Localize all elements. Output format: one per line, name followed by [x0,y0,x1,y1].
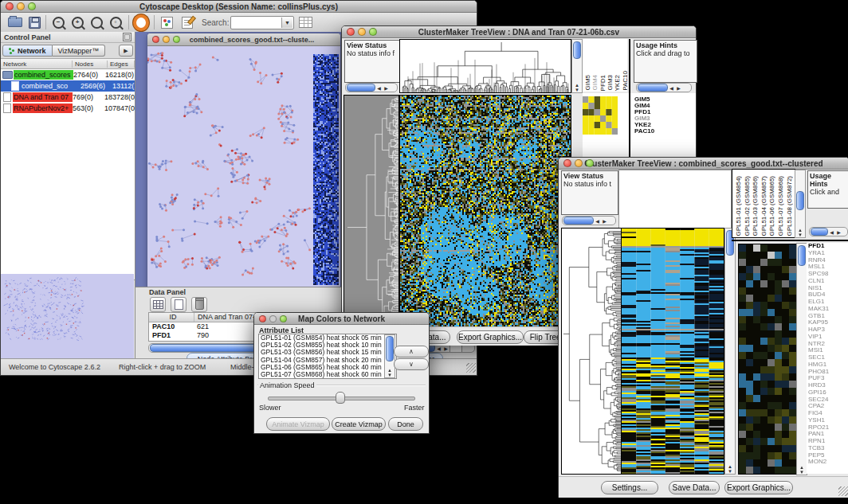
attribute-list-item[interactable]: GPL51-07 (GSM868) heat shock 60 min [259,371,396,378]
annotation-button[interactable] [179,15,195,29]
scroll-right-icon[interactable]: ▶ [601,217,608,224]
scroll-left-icon[interactable]: ◀ [435,345,442,351]
minimize-button[interactable] [575,159,583,167]
close-button[interactable] [563,159,571,167]
create-vizmap-button[interactable]: Create Vizmap [332,417,386,431]
heatmap-canvas[interactable] [399,95,571,327]
network-window-titlebar[interactable]: combined_scores_good.txt--cluste... [147,33,340,46]
zoom-button[interactable] [586,159,594,167]
network-tree-empty-area[interactable] [1,114,135,280]
usage-hints-hscrollbar[interactable]: ◀ ▶ [636,83,692,92]
close-button[interactable] [152,36,159,43]
treeview-button-export-graphics-[interactable]: Export Graphics... [724,481,793,494]
network-graph-canvas[interactable] [147,46,339,287]
network-list-item[interactable]: DNA and Tran 07769(0)183728(0) [1,92,135,103]
treeview-button-export-graphics-[interactable]: Export Graphics... [457,330,524,344]
scroll-right-icon[interactable]: ▶ [442,345,450,351]
view-status-hscrollbar[interactable]: ◀ ▶ [345,83,398,92]
treeview2-titlebar[interactable]: ClusterMaker TreeView : combined_scores_… [559,158,848,170]
scrollbar-thumb[interactable] [796,191,804,210]
zoom-in-button[interactable]: + [69,15,85,29]
scrollbar-thumb[interactable] [638,84,668,92]
attribute-list-vscrollbar[interactable]: ▲▼ [384,334,395,378]
scroll-left-icon[interactable]: ◀ [668,84,675,91]
scroll-right-icon[interactable]: ▶ [675,84,682,91]
heatmap-canvas[interactable] [621,228,724,475]
more-tabs-button[interactable]: ▶ [119,45,133,57]
slider-thumb[interactable] [336,392,345,404]
heatmap-vscrollbar[interactable]: ▲▼ [724,228,736,475]
select-attributes-button[interactable] [150,297,166,312]
dialog-titlebar[interactable]: Map Colors to Network [254,313,429,325]
zoom-out-button[interactable]: − [50,15,66,29]
move-down-button[interactable]: ∨ [394,358,429,370]
resize-grip[interactable] [838,486,848,496]
network-list-item[interactable]: combined_scores2764(0)16218(0) [1,69,135,80]
search-dropdown-icon[interactable]: ▼ [281,18,292,28]
treeview-button-save-data-[interactable]: Save Data... [669,481,720,494]
scroll-down-icon[interactable]: ▼ [728,469,732,474]
treeview1-titlebar[interactable]: ClusterMaker TreeView : DNA and Tran 07-… [342,26,696,38]
scroll-left-icon[interactable]: ◀ [828,229,835,235]
zoom-button[interactable] [28,2,36,10]
zoom-selected-button[interactable] [88,15,104,29]
tab-network[interactable]: Network [2,45,53,57]
detail-heatmap-canvas[interactable] [738,244,797,475]
minimize-button[interactable] [269,315,277,322]
scroll-down-icon[interactable]: ▼ [798,232,803,237]
gene-label[interactable]: MON2 [807,459,848,466]
close-button[interactable] [6,2,14,10]
scroll-down-icon[interactable]: ▼ [799,470,804,475]
minimize-button[interactable] [163,36,170,43]
close-button[interactable] [259,315,266,322]
scroll-left-icon[interactable]: ◀ [375,84,383,91]
open-session-button[interactable] [7,15,23,29]
scrollbar-thumb[interactable] [386,336,394,361]
save-session-button[interactable] [26,15,42,29]
zoom-button[interactable] [173,36,180,43]
birdseye-overview-canvas[interactable] [1,274,134,359]
scrollbar-thumb[interactable] [798,245,806,266]
column-dendrogram-canvas[interactable] [399,39,571,93]
vizmapper-button[interactable] [159,15,175,29]
search-input[interactable] [232,18,283,28]
view-status-hscrollbar[interactable]: ◀ ▶ [562,216,616,225]
column-labels-vscrollbar[interactable]: ▲▼ [795,170,806,238]
animate-vizmap-button[interactable]: Animate Vizmap [266,417,330,431]
gene-list-vscrollbar[interactable]: ▲▼ [796,243,807,475]
scroll-down-icon[interactable]: ▼ [575,88,579,92]
move-up-button[interactable]: ∧ [394,346,429,357]
scrollbar-thumb[interactable] [347,84,375,92]
resize-grip[interactable] [466,363,476,373]
gene-label-list[interactable]: PFD1YRA1RNR4MSL1SPC98CLN1NIS1BUD4ELG1MAK… [807,243,848,474]
search-combobox[interactable]: ▼ [230,16,294,29]
detail-heatmap-canvas[interactable] [583,96,618,135]
zoom-fit-button[interactable]: ▫ [108,15,124,29]
new-attribute-button[interactable] [171,297,186,312]
scroll-down-icon[interactable]: ▼ [387,373,392,377]
help-button[interactable] [133,15,149,29]
network-list-item[interactable]: combined_sco2569(6)13112(15) [1,80,135,92]
minimize-button[interactable] [17,2,25,10]
scroll-right-icon[interactable]: ▶ [383,84,390,91]
treeview-button-settings-[interactable]: Settings... [601,481,658,494]
attribute-browser-button[interactable] [297,15,313,29]
scroll-right-icon[interactable]: ▶ [835,229,842,235]
main-titlebar[interactable]: Cytoscape Desktop (Session Name: collins… [1,1,477,13]
zoom-button[interactable] [369,28,377,36]
minimize-button[interactable] [358,28,366,36]
scrollbar-thumb[interactable] [573,41,581,59]
close-button[interactable] [347,28,355,36]
scroll-left-icon[interactable]: ◀ [594,217,601,224]
delete-attribute-button[interactable] [191,297,207,312]
tab-vizmapper[interactable]: VizMapper™ [53,45,106,57]
usage-hints-hscrollbar[interactable]: ◀ ▶ [809,227,848,236]
scrollbar-thumb[interactable] [563,217,594,225]
attribute-list[interactable]: GPL51-01 (GSM854) heat shock 05 minGPL51… [258,334,397,379]
heatmap-vscrollbar[interactable]: ▲▼ [571,39,583,93]
zoom-button[interactable] [280,315,287,322]
done-button[interactable]: Done [388,417,423,431]
float-panel-icon[interactable] [123,33,132,41]
network-list-item[interactable]: RNAPuberNov2+563(0)107847(0) [1,103,135,114]
scrollbar-thumb[interactable] [811,228,828,236]
